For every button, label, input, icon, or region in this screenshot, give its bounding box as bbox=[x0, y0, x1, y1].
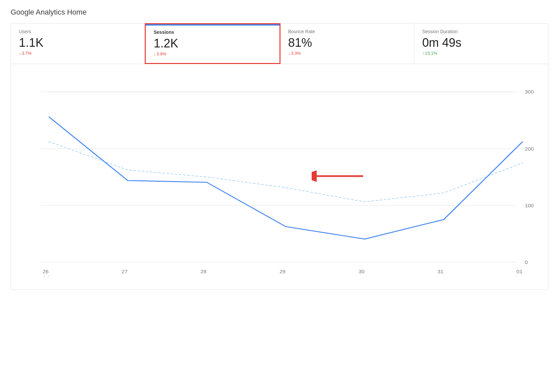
metric-bounce-rate-change: 3.3% bbox=[288, 51, 406, 56]
metric-sessions[interactable]: Sessions 1.2K 3.9% bbox=[145, 23, 280, 64]
metric-bounce-rate[interactable]: Bounce Rate 81% 3.3% bbox=[280, 24, 414, 64]
y-label-300: 300 bbox=[525, 90, 534, 95]
metric-users[interactable]: Users 1.1K 3.7% bbox=[11, 24, 145, 64]
x-label-27: 27 bbox=[121, 269, 127, 275]
y-label-100: 100 bbox=[525, 203, 534, 208]
arrow-up-icon bbox=[422, 51, 425, 56]
metric-session-duration-label: Session Duration bbox=[422, 29, 540, 34]
metrics-row: Users 1.1K 3.7% Sessions 1.2K 3.9% Bounc… bbox=[11, 24, 548, 64]
x-label-31: 31 bbox=[438, 269, 443, 275]
metric-session-duration-change: 23.1% bbox=[422, 51, 540, 56]
x-label-01: 01 bbox=[517, 269, 522, 275]
metric-sessions-label: Sessions bbox=[154, 30, 272, 35]
metric-sessions-value: 1.2K bbox=[154, 37, 272, 49]
metric-bounce-rate-label: Bounce Rate bbox=[288, 29, 406, 34]
x-label-26: 26 bbox=[42, 269, 48, 275]
chart-svg: 300 200 100 0 26 Jul 27 28 29 30 31 01 A… bbox=[18, 71, 541, 276]
metric-bounce-rate-value: 81% bbox=[288, 37, 406, 49]
arrow-down-icon bbox=[288, 51, 290, 56]
chart-container: 300 200 100 0 26 Jul 27 28 29 30 31 01 A… bbox=[11, 64, 548, 290]
x-label-28: 28 bbox=[200, 269, 206, 275]
arrow-down-icon bbox=[19, 51, 21, 56]
arrow-down-icon bbox=[154, 51, 156, 56]
comparison-line bbox=[49, 142, 523, 202]
page-title: Google Analytics Home bbox=[11, 8, 548, 17]
metric-session-duration-value: 0m 49s bbox=[422, 37, 540, 49]
main-data-line bbox=[49, 117, 523, 239]
metric-sessions-change: 3.9% bbox=[154, 51, 272, 56]
y-label-200: 200 bbox=[525, 146, 534, 152]
metrics-card: Users 1.1K 3.7% Sessions 1.2K 3.9% Bounc… bbox=[11, 23, 548, 290]
y-label-0: 0 bbox=[525, 260, 528, 265]
metric-session-duration[interactable]: Session Duration 0m 49s 23.1% bbox=[414, 24, 548, 64]
metric-users-value: 1.1K bbox=[19, 37, 137, 49]
metric-users-label: Users bbox=[19, 29, 137, 34]
x-label-jul: Jul bbox=[42, 275, 49, 276]
metric-users-change: 3.7% bbox=[19, 51, 137, 56]
x-label-aug: Aug bbox=[515, 275, 524, 276]
x-label-29: 29 bbox=[280, 269, 285, 275]
x-label-30: 30 bbox=[359, 269, 364, 275]
